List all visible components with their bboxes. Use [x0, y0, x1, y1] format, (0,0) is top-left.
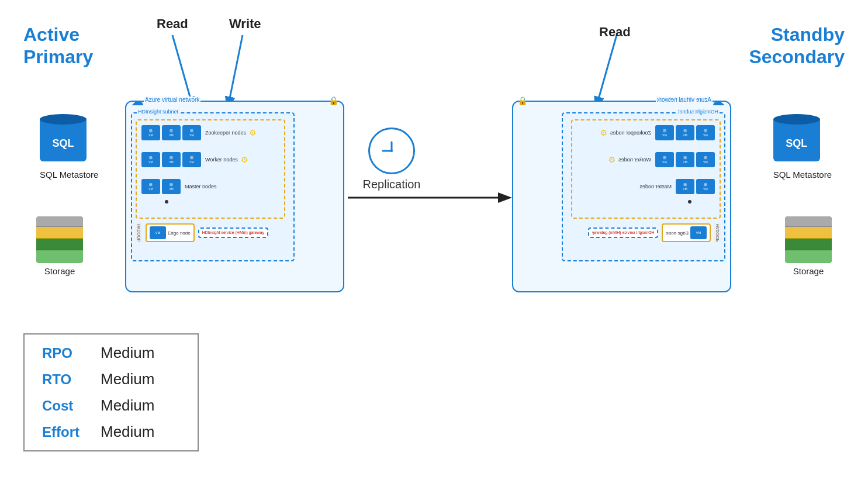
storage-layer-yellow-left [36, 227, 83, 239]
left-sql-metastore-wrapper: SQL SQL Metastore [40, 114, 98, 180]
zookeeper-label-left: Zookeeper nodes [205, 130, 246, 136]
storage-layer-darkgreen-left [36, 239, 83, 250]
cost-value: Medium [101, 396, 154, 415]
read-arrow-right [596, 35, 617, 107]
left-sql-cylinder: SQL [40, 114, 87, 167]
vm-zk-1: ⊞ VM [141, 125, 160, 140]
left-edge-node: VM Edge node [146, 223, 195, 242]
storage-layer-gray-right [785, 216, 832, 227]
left-yellow-box: ⊞ VM ⊞ VM ⊞ VM Zookeeper nodes ⚙ [136, 119, 285, 219]
right-vnet-label: Azure virtual network [656, 96, 713, 103]
vm-rwk-2: ⊞ MV [676, 152, 694, 167]
right-edge-node: MV Edge node [662, 223, 711, 242]
vm-edge-right: MV [690, 226, 707, 239]
vm-wk-3: ⊞ VM [182, 152, 201, 167]
hadoop-badge-left: HADOOP [136, 223, 142, 242]
master-label-left: Master nodes [185, 184, 217, 189]
clock-svg [377, 136, 406, 165]
left-zookeeper-row: ⊞ VM ⊞ VM ⊞ VM Zookeeper nodes ⚙ [141, 125, 257, 140]
page-container: Active Primary Standby Secondary Read Wr… [0, 0, 868, 500]
gear-zk-left: ⚙ [249, 128, 257, 137]
right-bottom-row: HADOOP MV Edge node HDInsight service (H… [588, 223, 721, 242]
active-primary-label: Active Primary [23, 23, 93, 68]
cost-row: Cost Medium [42, 396, 180, 415]
right-subnet-label: HDInsight subnet [677, 109, 720, 115]
effort-key: Effort [42, 424, 89, 440]
lock-icon-right: 🔒 [518, 96, 528, 105]
vm-zk-2: ⊞ VM [162, 125, 181, 140]
right-worker-row: ⊞ MV ⊞ MV ⊞ MV Worker nodes ⚙ [608, 152, 715, 167]
effort-row: Effort Medium [42, 423, 180, 441]
gear-wk-right: ⚙ [608, 155, 615, 164]
cost-key: Cost [42, 398, 89, 414]
rto-row: RTO Medium [42, 370, 180, 388]
lock-icon-left: 🔒 [328, 96, 338, 105]
read-label-left: Read [157, 16, 188, 32]
rpo-row: RPO Medium [42, 344, 180, 362]
zookeeper-label-right: Zookeeper nodes [610, 130, 651, 136]
worker-label-left: Worker nodes [205, 157, 238, 163]
vm-rms-1: ⊞ MV [696, 179, 715, 194]
sql-text-right: SQL [786, 137, 807, 150]
vm-wk-1: ⊞ VM [141, 152, 160, 167]
vm-edge-left: VM [150, 226, 166, 239]
sql-text-left: SQL [52, 137, 74, 150]
worker-label-right: Worker nodes [618, 157, 651, 163]
write-label: Write [229, 16, 261, 32]
left-storage-wrapper: Storage [36, 216, 83, 276]
left-vnet-label: Azure virtual network [144, 96, 200, 103]
right-yellow-box: ⊞ MV ⊞ MV ⊞ MV Zookeeper nodes ⚙ [571, 119, 721, 219]
vm-rzk-3: ⊞ MV [655, 125, 674, 140]
left-azure-vnet: ☁ Azure virtual network 🔒 HDInsight subn… [125, 101, 344, 292]
right-sql-cylinder: SQL [773, 114, 820, 167]
right-hdinsight-subnet: HDInsight subnet ⊞ MV ⊞ MV ⊞ MV [562, 112, 725, 261]
storage-layer-yellow-right [785, 227, 832, 239]
rpo-value: Medium [101, 344, 154, 362]
left-master-row: ⊞ VM ⊞ VM Master nodes [141, 179, 217, 194]
right-gateway: HDInsight service (HMm) gateway [588, 227, 658, 238]
vm-ms-1: ⊞ VM [141, 179, 160, 194]
rpo-key: RPO [42, 345, 89, 361]
right-storage-label: Storage [785, 266, 832, 276]
vm-ms-2: ⊞ VM [162, 179, 181, 194]
rto-value: Medium [101, 370, 154, 388]
gateway-label-left: HDInsight service (HMm) gateway [202, 230, 264, 235]
hadoop-badge-right: HADOOP [714, 223, 721, 242]
sql-body-right: SQL [773, 119, 820, 161]
storage-layer-lightgreen-left [36, 250, 83, 263]
clock-circle [368, 127, 415, 174]
vm-rzk-2: ⊞ MV [676, 125, 694, 140]
write-arrow [228, 35, 243, 107]
right-storage-wrapper: Storage [785, 216, 832, 276]
master-label-right: Master nodes [639, 184, 672, 189]
cloud-icon-left: ☁ [131, 94, 144, 109]
gear-zk-right: ⚙ [600, 128, 607, 137]
gear-wk-left: ⚙ [241, 155, 248, 164]
left-storage-icon [36, 216, 83, 263]
edge-node-label-left: Edge node [168, 230, 191, 236]
right-zookeeper-row: ⊞ MV ⊞ MV ⊞ MV Zookeeper nodes ⚙ [600, 125, 715, 140]
left-subnet-label: HDInsight subnet [137, 109, 179, 115]
vm-rwk-1: ⊞ MV [696, 152, 715, 167]
edge-node-label-right: Edge node [666, 230, 689, 236]
right-master-row: ⊞ MV ⊞ MV Master nodes [639, 179, 715, 194]
dot-left [165, 200, 168, 204]
vm-zk-3: ⊞ VM [182, 125, 201, 140]
rto-key: RTO [42, 371, 89, 388]
sql-top-cap-right [773, 114, 820, 125]
replication-area: Replication [357, 127, 427, 191]
storage-layer-gray-left [36, 216, 83, 227]
vm-rwk-3: ⊞ MV [655, 152, 674, 167]
right-sql-metastore-wrapper: SQL SQL Metastore [773, 114, 832, 180]
replication-label: Replication [357, 178, 427, 191]
cloud-icon-right: ☁ [713, 94, 725, 109]
standby-secondary-label: Standby Secondary [749, 23, 845, 68]
left-worker-row: ⊞ VM ⊞ VM ⊞ VM Worker nodes ⚙ [141, 152, 248, 167]
vm-rzk-1: ⊞ MV [696, 125, 715, 140]
right-azure-vnet: ☁ Azure virtual network 🔒 HDInsight subn… [512, 101, 731, 292]
left-bottom-row: HADOOP VM Edge node HDInsight service (H… [136, 223, 268, 242]
vm-wk-2: ⊞ VM [162, 152, 181, 167]
vm-rms-2: ⊞ MV [676, 179, 694, 194]
left-sql-label: SQL Metastore [40, 170, 98, 180]
storage-layer-lightgreen-right [785, 250, 832, 263]
